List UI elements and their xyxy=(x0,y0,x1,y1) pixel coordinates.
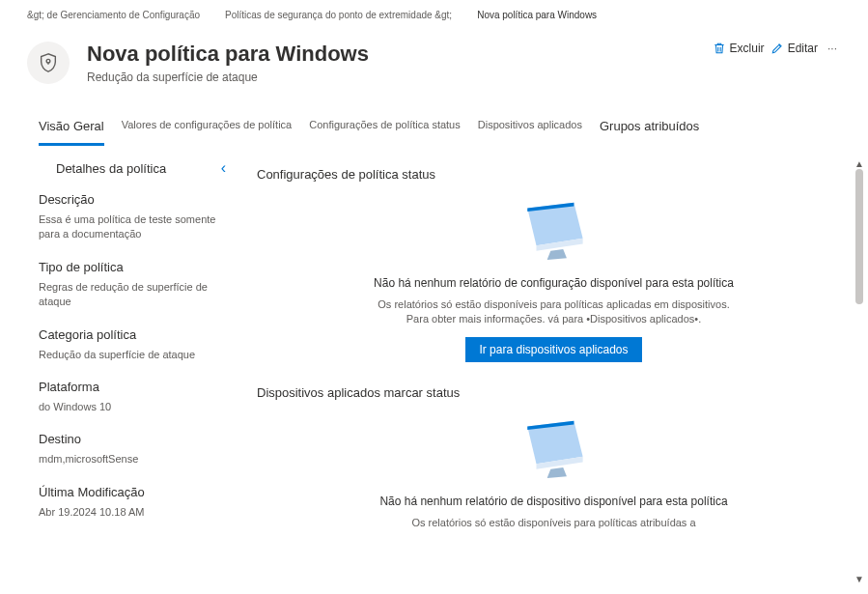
delete-button[interactable]: Excluir xyxy=(713,42,765,55)
field-value: Redução da superfície de ataque xyxy=(39,348,232,362)
field-label: Plataforma xyxy=(39,380,232,394)
tab-settings[interactable]: Valores de configurações de política xyxy=(122,113,293,146)
edit-label: Editar xyxy=(788,42,818,55)
trash-icon xyxy=(713,42,726,55)
scroll-thumb[interactable] xyxy=(855,169,863,304)
field-label: Categoria política xyxy=(39,327,232,342)
section-title: Dispositivos aplicados marcar status xyxy=(257,385,851,400)
scroll-down-icon[interactable]: ▼ xyxy=(854,574,864,584)
empty-desc: Os relatórios só estão disponíveis para … xyxy=(366,297,742,327)
field-value: Essa é uma política de teste somente par… xyxy=(39,212,232,242)
empty-state-devices: Não há nenhum relatório de dispositivo d… xyxy=(257,419,851,563)
scroll-up-icon[interactable]: ▲ xyxy=(854,158,864,169)
go-to-devices-button[interactable]: Ir para dispositivos aplicados xyxy=(465,337,641,362)
svg-point-0 xyxy=(46,59,50,63)
monitor-icon xyxy=(518,419,590,479)
sidebar-fields: DescriçãoEssa é uma política de teste so… xyxy=(39,192,232,537)
sidebar-field: Última ModificaçãoAbr 19.2024 10.18 AM xyxy=(39,485,232,537)
breadcrumb-item[interactable]: Políticas de segurança do ponto de extre… xyxy=(225,10,452,20)
field-value: mdm,microsoftSense xyxy=(39,452,232,467)
tabs: Visão Geral Valores de configurações de … xyxy=(0,94,868,146)
tab-overview[interactable]: Visão Geral xyxy=(39,113,104,146)
tab-devices[interactable]: Dispositivos aplicados xyxy=(478,113,582,146)
empty-title: Não há nenhum relatório de configuração … xyxy=(295,276,812,290)
scrollbar[interactable]: ▲ ▼ xyxy=(853,158,866,584)
sidebar-field: Tipo de políticaRegras de redução de sup… xyxy=(39,260,232,327)
breadcrumb-item[interactable]: &gt; de Gerenciamento de Configuração xyxy=(27,10,200,20)
sidebar-field: Destinomdm,microsoftSense xyxy=(39,432,232,484)
sidebar-title: Detalhes da política xyxy=(56,161,166,176)
breadcrumb-current: Nova política para Windows xyxy=(477,10,597,20)
empty-state-config: Não há nenhum relatório de configuração … xyxy=(257,201,851,385)
empty-title: Não há nenhum relatório de dispositivo d… xyxy=(295,495,812,508)
delete-label: Excluir xyxy=(730,42,765,55)
empty-desc: Os relatórios só estão disponíveis para … xyxy=(366,516,742,530)
page-subtitle: Redução da superfície de ataque xyxy=(87,71,713,84)
tab-status[interactable]: Configurações de política status xyxy=(309,113,461,146)
page-header: Nova política para Windows Redução da su… xyxy=(0,28,868,94)
breadcrumb: &gt; de Gerenciamento de Configuração Po… xyxy=(0,0,868,28)
monitor-icon xyxy=(518,201,590,261)
shield-icon xyxy=(27,42,70,84)
chevron-left-icon[interactable]: ‹ xyxy=(221,159,226,177)
field-label: Última Modificação xyxy=(39,485,232,499)
sidebar-field: Categoria políticaRedução da superfície … xyxy=(39,327,232,380)
field-value: Regras de redução de superfície de ataqu… xyxy=(39,280,232,310)
tab-groups[interactable]: Grupos atribuídos xyxy=(600,113,699,146)
field-value: Abr 19.2024 10.18 AM xyxy=(39,505,232,520)
sidebar: Detalhes da política ‹ DescriçãoEssa é u… xyxy=(39,159,239,563)
sidebar-field: Plataformado Windows 10 xyxy=(39,380,232,432)
edit-button[interactable]: Editar xyxy=(770,42,818,55)
pencil-icon xyxy=(770,42,784,55)
page-title: Nova política para Windows xyxy=(87,42,713,67)
main-panel: Configurações de política status Não há … xyxy=(239,159,868,563)
sidebar-field: DescriçãoEssa é uma política de teste so… xyxy=(39,192,232,260)
section-title: Configurações de política status xyxy=(257,167,851,182)
field-label: Descrição xyxy=(39,192,232,207)
field-label: Tipo de política xyxy=(39,260,232,274)
field-value: do Windows 10 xyxy=(39,400,232,414)
more-icon[interactable]: ··· xyxy=(824,42,841,55)
field-label: Destino xyxy=(39,432,232,446)
